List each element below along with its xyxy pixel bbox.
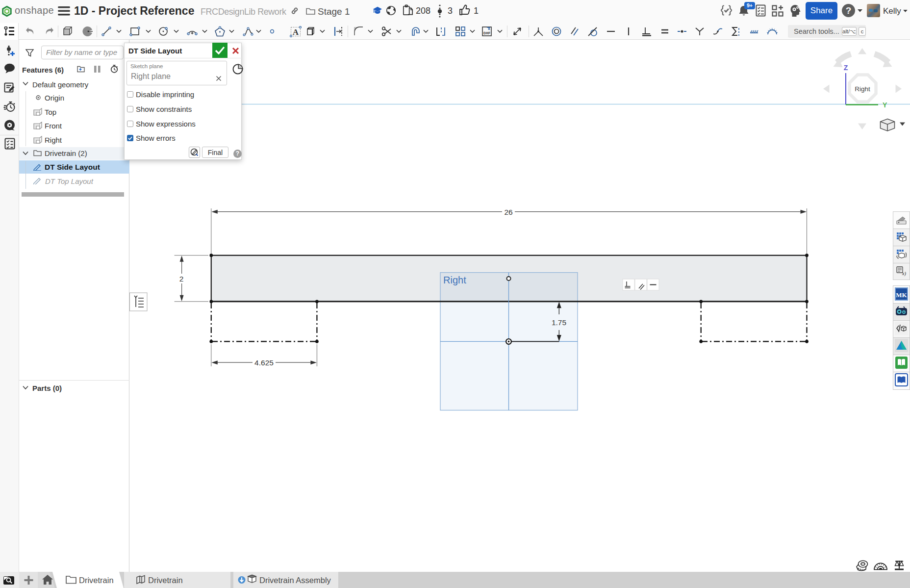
svg-text:2: 2 bbox=[179, 275, 184, 283]
svg-text:Drivetrain Assembly: Drivetrain Assembly bbox=[259, 576, 331, 585]
svg-text:A: A bbox=[293, 27, 299, 37]
svg-text:DXF: DXF bbox=[483, 31, 491, 35]
svg-text:Drivetrain: Drivetrain bbox=[148, 576, 183, 585]
svg-text:4.625: 4.625 bbox=[254, 358, 274, 367]
svg-text:Z: Z bbox=[844, 64, 848, 72]
svg-text:Drivetrain: Drivetrain bbox=[79, 576, 114, 585]
svg-text:26: 26 bbox=[504, 208, 512, 216]
svg-text:1.75: 1.75 bbox=[552, 318, 566, 327]
svg-text:Right: Right bbox=[443, 275, 466, 285]
svg-text:x): x) bbox=[902, 271, 906, 277]
svg-text:Y: Y bbox=[883, 101, 887, 109]
svg-text:Right: Right bbox=[855, 85, 870, 93]
svg-text:MK: MK bbox=[896, 291, 907, 299]
